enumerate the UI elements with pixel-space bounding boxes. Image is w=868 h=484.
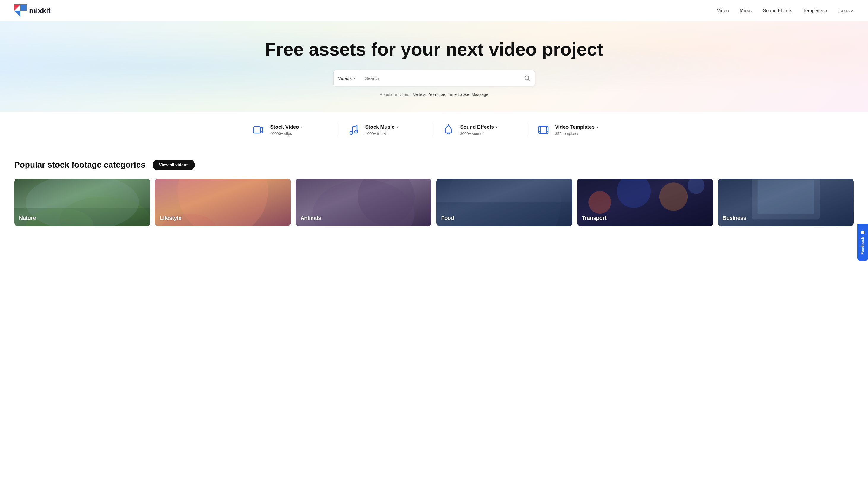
categories-section: Popular stock footage categories View al… <box>0 148 868 226</box>
popular-tags: Popular in video: Vertical YouTube Time … <box>14 92 854 97</box>
feature-title-music: Stock Music <box>365 124 395 130</box>
search-input[interactable] <box>360 70 519 86</box>
category-label-food: Food <box>441 215 454 221</box>
search-icon <box>524 75 530 81</box>
arrow-icon: › <box>397 125 398 130</box>
arrow-icon: › <box>596 125 598 130</box>
category-transport[interactable]: Transport <box>577 178 713 226</box>
categories-title: Popular stock footage categories <box>14 160 146 170</box>
feature-title-sound: Sound Effects <box>460 124 494 130</box>
tag-youtube[interactable]: YouTube <box>429 92 445 97</box>
chevron-down-icon: ▾ <box>826 9 828 13</box>
film-icon <box>536 123 551 137</box>
arrow-icon: › <box>496 125 497 130</box>
svg-point-21 <box>26 178 139 226</box>
svg-marker-0 <box>14 4 21 11</box>
category-lifestyle[interactable]: Lifestyle <box>155 178 291 226</box>
feature-stock-video[interactable]: Stock Video › 40000+ clips <box>244 123 339 137</box>
feature-sound-effects[interactable]: Sound Effects › 3000+ sounds <box>434 123 529 137</box>
categories-header: Popular stock footage categories View al… <box>14 160 854 170</box>
chevron-down-icon: ▾ <box>353 76 355 80</box>
view-all-button[interactable]: View all videos <box>153 160 195 170</box>
nav-link-templates[interactable]: Templates ▾ <box>803 8 828 13</box>
features-section: Stock Video › 40000+ clips Stock Music ›… <box>0 112 868 148</box>
bell-icon <box>441 123 456 137</box>
feature-title-video: Stock Video <box>270 124 299 130</box>
hero-title: Free assets for your next video project <box>14 39 854 59</box>
feature-title-templates: Video Templates <box>555 124 595 130</box>
feature-count-music: 1000+ tracks <box>365 131 398 136</box>
category-label-lifestyle: Lifestyle <box>160 215 181 221</box>
feature-count-templates: 852 templates <box>555 131 598 136</box>
tag-timelapse[interactable]: Time Lapse <box>447 92 469 97</box>
svg-line-4 <box>528 79 530 81</box>
svg-point-19 <box>60 197 150 226</box>
svg-point-31 <box>659 182 687 211</box>
svg-rect-35 <box>757 180 814 214</box>
category-food[interactable]: Food <box>436 178 572 226</box>
search-bar: Videos ▾ <box>333 70 535 86</box>
search-button[interactable] <box>519 70 535 86</box>
svg-point-29 <box>588 191 611 213</box>
popular-label: Popular in video: <box>379 92 410 97</box>
feature-stock-music[interactable]: Stock Music › 1000+ tracks <box>339 123 434 137</box>
tag-vertical[interactable]: Vertical <box>413 92 427 97</box>
svg-marker-2 <box>14 11 21 17</box>
navbar: mixkit Video Music Sound Effects Templat… <box>0 0 868 21</box>
nav-link-icons[interactable]: Icons ↗ <box>838 8 854 13</box>
arrow-icon: › <box>301 125 302 130</box>
video-icon <box>251 123 266 137</box>
nav-link-sound-effects[interactable]: Sound Effects <box>763 8 792 13</box>
feedback-button[interactable]: Feedback <box>857 224 868 226</box>
svg-rect-5 <box>254 126 260 133</box>
category-animals[interactable]: Animals <box>296 178 432 226</box>
category-nature[interactable]: Nature <box>14 178 150 226</box>
categories-grid: Nature Lifestyle Animals <box>14 178 854 226</box>
music-icon <box>346 123 361 137</box>
nav-links: Video Music Sound Effects Templates ▾ Ic… <box>717 8 854 13</box>
search-type-dropdown[interactable]: Videos ▾ <box>334 70 361 86</box>
svg-rect-27 <box>436 202 572 226</box>
category-label-transport: Transport <box>582 215 607 221</box>
external-link-icon: ↗ <box>851 9 854 13</box>
logo[interactable]: mixkit <box>14 4 51 17</box>
category-label-nature: Nature <box>19 215 36 221</box>
nav-link-music[interactable]: Music <box>740 8 752 13</box>
search-type-label: Videos <box>338 76 352 81</box>
category-business[interactable]: Business <box>718 178 854 226</box>
tag-massage[interactable]: Massage <box>471 92 489 97</box>
logo-text: mixkit <box>29 6 51 16</box>
nav-link-video[interactable]: Video <box>717 8 729 13</box>
hero-section: Free assets for your next video project … <box>0 21 868 112</box>
category-label-animals: Animals <box>300 215 321 221</box>
feature-count-video: 40000+ clips <box>270 131 302 136</box>
category-label-business: Business <box>722 215 746 221</box>
svg-marker-1 <box>21 4 27 11</box>
feature-video-templates[interactable]: Video Templates › 852 templates <box>529 123 624 137</box>
feature-count-sound: 3000+ sounds <box>460 131 497 136</box>
